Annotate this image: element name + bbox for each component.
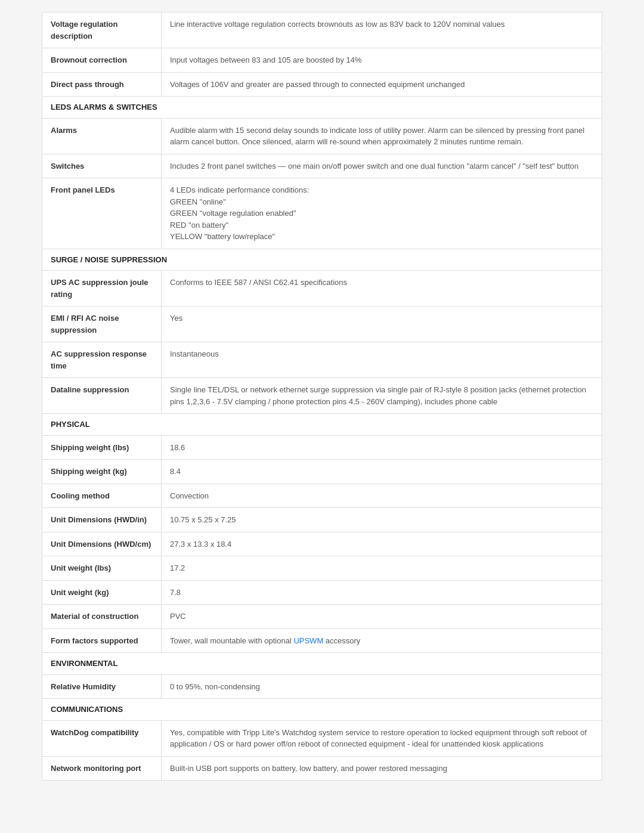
spec-label: Brownout correction — [42, 48, 162, 73]
spec-value: Single line TEL/DSL or network ethernet … — [162, 378, 602, 414]
spec-value: Convection — [162, 484, 602, 508]
spec-value: Tower, wall mountable with optional UPSW… — [162, 628, 602, 653]
spec-value: 10.75 x 5.25 x 7.25 — [162, 508, 602, 532]
section-header: LEDS ALARMS & SWITCHES — [42, 97, 602, 119]
spec-label: Unit Dimensions (HWD/in) — [42, 508, 162, 532]
spec-label: Cooling method — [42, 484, 162, 508]
spec-value: 8.4 — [162, 460, 602, 484]
spec-label: WatchDog compatibility — [42, 720, 162, 756]
spec-label: Unit Dimensions (HWD/cm) — [42, 532, 162, 556]
spec-value: Voltages of 106V and greater are passed … — [162, 72, 602, 97]
spec-value: Line interactive voltage regulation corr… — [162, 13, 602, 48]
spec-label: Switches — [42, 154, 162, 178]
spec-value: Conforms to IEEE 587 / ANSI C62.41 speci… — [162, 271, 602, 306]
spec-label: Shipping weight (lbs) — [42, 435, 162, 460]
spec-value: Built-in USB port supports on battery, l… — [162, 756, 602, 781]
spec-value: Yes — [162, 306, 602, 342]
spec-label: UPS AC suppression joule rating — [42, 271, 162, 306]
spec-value: Yes, compatible with Tripp Lite's Watchd… — [162, 720, 602, 756]
spec-value: 7.8 — [162, 580, 602, 605]
spec-value: PVC — [162, 605, 602, 629]
spec-value: Includes 2 front panel switches — one ma… — [162, 154, 602, 178]
spec-label: Shipping weight (kg) — [42, 460, 162, 484]
spec-label: Network monitoring port — [42, 756, 162, 781]
section-header: PHYSICAL — [42, 414, 602, 436]
spec-value: 4 LEDs indicate performance conditions:G… — [162, 178, 602, 249]
spec-label: Front panel LEDs — [42, 178, 162, 249]
spec-label: Relative Humidity — [42, 674, 162, 699]
upswm-link[interactable]: UPSWM — [293, 636, 323, 645]
spec-label: Form factors supported — [42, 628, 162, 653]
spec-value: Input voltages between 83 and 105 are bo… — [162, 48, 602, 73]
spec-label: Material of construction — [42, 605, 162, 629]
spec-value: 27.3 x 13.3 x 18.4 — [162, 532, 602, 556]
spec-label: Unit weight (kg) — [42, 580, 162, 605]
section-header: COMMUNICATIONS — [42, 699, 602, 721]
section-header: ENVIRONMENTAL — [42, 653, 602, 675]
spec-label: Alarms — [42, 118, 162, 154]
spec-label: EMI / RFI AC noise suppression — [42, 306, 162, 342]
spec-value: 17.2 — [162, 556, 602, 581]
spec-value: Audible alarm with 15 second delay sound… — [162, 118, 602, 154]
spec-label: Unit weight (lbs) — [42, 556, 162, 581]
spec-label: AC suppression response time — [42, 342, 162, 378]
spec-label: Dataline suppression — [42, 378, 162, 414]
spec-value: 18.6 — [162, 435, 602, 460]
spec-label: Direct pass through — [42, 72, 162, 97]
section-header: SURGE / NOISE SUPPRESSION — [42, 249, 602, 271]
spec-value: 0 to 95%, non-condensing — [162, 674, 602, 699]
spec-table: Voltage regulation descriptionLine inter… — [42, 12, 602, 781]
spec-label: Voltage regulation description — [42, 13, 162, 48]
spec-value: Instantaneous — [162, 342, 602, 378]
